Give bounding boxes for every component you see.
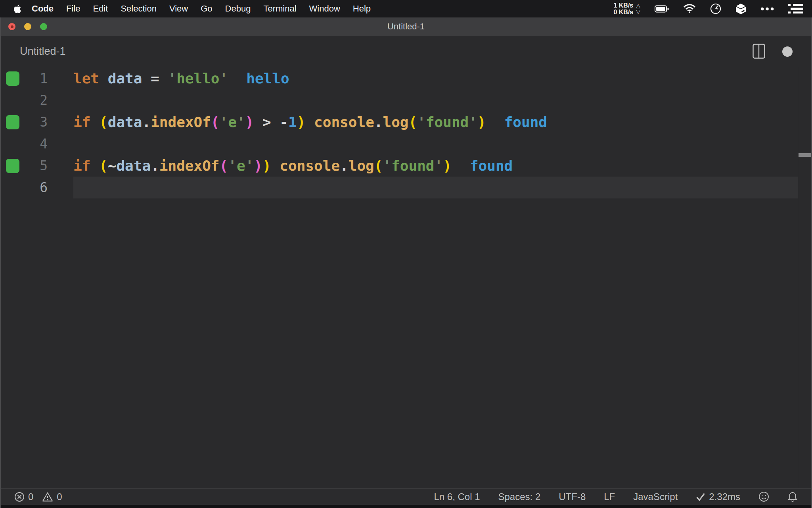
code-line[interactable]: 4 xyxy=(1,133,811,155)
menu-item-terminal[interactable]: Terminal xyxy=(257,4,303,14)
menu-bar-status-area: 1 KB/s 0 KB/s △ ▽ xyxy=(613,2,803,15)
menu-item-view[interactable]: View xyxy=(163,4,194,14)
notifications-bell-icon[interactable] xyxy=(787,491,798,502)
quokka-coverage-icon xyxy=(6,71,19,86)
feedback-smiley-icon[interactable] xyxy=(758,491,769,502)
overview-ruler[interactable] xyxy=(798,67,811,488)
zoom-window-button[interactable] xyxy=(40,23,47,30)
eol-status[interactable]: LF xyxy=(604,491,615,502)
wifi-icon[interactable] xyxy=(683,4,696,13)
code-line[interactable]: 2 xyxy=(1,89,811,111)
window-title-bar[interactable]: Untitled-1 xyxy=(1,17,811,36)
status-bar: 0 0 Ln 6, Col 1 Spaces: 2 UTF-8 LF JavaS… xyxy=(1,488,811,505)
clock-status-icon[interactable] xyxy=(710,3,721,14)
warnings-count: 0 xyxy=(57,491,62,502)
code-line[interactable]: 3 if (data.indexOf('e') > -1) console.lo… xyxy=(1,111,811,133)
menu-items: FileEditSelectionViewGoDebugTerminalWind… xyxy=(60,4,377,14)
cursor-position-status[interactable]: Ln 6, Col 1 xyxy=(434,491,480,502)
overview-ruler-marker xyxy=(799,153,811,157)
code-text[interactable] xyxy=(73,177,798,198)
check-icon xyxy=(696,493,705,501)
editor-header: Untitled-1 xyxy=(1,36,811,67)
close-window-button[interactable] xyxy=(8,23,15,30)
code-line[interactable]: 6 xyxy=(1,177,811,198)
code-text[interactable] xyxy=(73,133,811,155)
menu-item-window[interactable]: Window xyxy=(303,4,347,14)
open-file-label[interactable]: Untitled-1 xyxy=(20,45,66,58)
code-lines: 1 let data = 'hello'hello 2 3 if (data.i… xyxy=(1,67,811,198)
network-arrows-icon: △ ▽ xyxy=(636,3,640,15)
network-speed-text: 1 KB/s 0 KB/s xyxy=(613,2,633,15)
quokka-inline-value: found xyxy=(470,158,513,174)
indentation-status[interactable]: Spaces: 2 xyxy=(498,491,541,502)
code-text[interactable]: let data = 'hello'hello xyxy=(73,67,811,89)
errors-count: 0 xyxy=(28,491,33,502)
encoding-status[interactable]: UTF-8 xyxy=(559,491,586,502)
perf-time-value: 2.32ms xyxy=(709,491,740,502)
vscode-window: Untitled-1 Untitled-1 1 let data = 'hell… xyxy=(0,17,812,508)
line-number: 2 xyxy=(1,92,48,108)
code-text[interactable] xyxy=(73,89,811,111)
quokka-coverage-icon xyxy=(6,159,19,173)
unsaved-changes-indicator[interactable] xyxy=(782,46,793,57)
battery-icon[interactable] xyxy=(655,5,669,13)
line-number: 6 xyxy=(1,180,48,195)
code-text[interactable]: if (data.indexOf('e') > -1) console.log(… xyxy=(73,111,811,133)
line-number: 4 xyxy=(1,136,48,152)
minimize-window-button[interactable] xyxy=(24,23,31,30)
window-bottom-edge xyxy=(1,505,811,508)
ellipsis-menu-icon[interactable] xyxy=(760,7,774,11)
apple-menu-icon[interactable] xyxy=(13,4,21,13)
menu-item-file[interactable]: File xyxy=(60,4,86,14)
code-line[interactable]: 5 if (~data.indexOf('e')) console.log('f… xyxy=(1,155,811,177)
network-down-speed: 0 KB/s xyxy=(613,9,633,15)
quokka-inline-value: hello xyxy=(246,70,289,87)
code-line[interactable]: 1 let data = 'hello'hello xyxy=(1,67,811,89)
split-editor-icon[interactable] xyxy=(753,44,765,59)
menu-item-debug[interactable]: Debug xyxy=(219,4,257,14)
quokka-coverage-icon xyxy=(6,115,19,129)
problems-status[interactable]: 0 0 xyxy=(14,491,62,502)
quokka-inline-value: found xyxy=(504,114,547,130)
menu-item-help[interactable]: Help xyxy=(347,4,377,14)
menu-item-selection[interactable]: Selection xyxy=(114,4,163,14)
warnings-icon xyxy=(42,492,53,502)
cube-app-icon[interactable] xyxy=(735,3,746,15)
traffic-lights xyxy=(8,17,47,36)
network-up-speed: 1 KB/s xyxy=(613,2,633,9)
errors-icon xyxy=(14,492,25,502)
quokka-perf-status[interactable]: 2.32ms xyxy=(696,491,740,502)
list-menu-icon[interactable] xyxy=(788,4,803,14)
menu-item-go[interactable]: Go xyxy=(194,4,218,14)
code-text[interactable]: if (~data.indexOf('e')) console.log('fou… xyxy=(73,155,811,177)
macos-menu-bar: Code FileEditSelectionViewGoDebugTermina… xyxy=(0,0,812,17)
menu-item-edit[interactable]: Edit xyxy=(86,4,114,14)
window-title: Untitled-1 xyxy=(387,21,425,32)
language-mode-status[interactable]: JavaScript xyxy=(633,491,678,502)
menu-app-name[interactable]: Code xyxy=(25,4,60,14)
network-speed-indicator[interactable]: 1 KB/s 0 KB/s △ ▽ xyxy=(613,2,640,15)
editor-pane[interactable]: Untitled-1 1 let data = 'hello'hello 2 3… xyxy=(1,36,811,488)
